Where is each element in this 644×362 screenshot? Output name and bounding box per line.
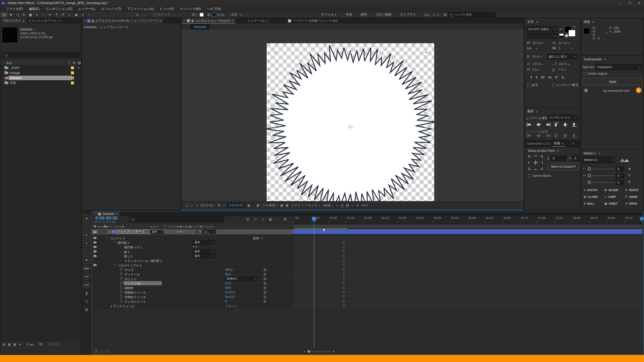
- type-style-button-5[interactable]: T₁: [561, 76, 565, 79]
- workspace-4[interactable]: ライブラリ: [396, 13, 420, 17]
- strip-button-wiggle[interactable]: Wiggle: [83, 265, 90, 272]
- settings-gear-icon[interactable]: ⚙: [584, 88, 588, 93]
- time-ruler[interactable]: :00f00:12f01:00f01:12f02:00f02:12f03:00f…: [293, 216, 643, 224]
- number-col[interactable]: #: [109, 225, 111, 228]
- expression-pickwhip-icon[interactable]: @: [263, 295, 266, 299]
- expand-in-out-icon[interactable]: ❐: [94, 350, 98, 353]
- baseline-shift-value[interactable]: 0 px: [532, 68, 538, 71]
- selection-handle-3[interactable]: [274, 127, 276, 129]
- expression-pickwhip-icon[interactable]: @: [263, 277, 266, 281]
- clone-stamp-tool[interactable]: ⊥: [66, 12, 73, 17]
- label-chip[interactable]: [71, 66, 74, 69]
- align-button-top[interactable]: [554, 123, 559, 127]
- expression-pickwhip-icon[interactable]: @: [263, 291, 266, 294]
- tab-project[interactable]: プロジェクト≡: [1, 18, 26, 23]
- timeline-row-11[interactable]: 相関性50%@工: [92, 286, 643, 290]
- pen-tool[interactable]: ✒: [47, 12, 53, 17]
- menu-item-7[interactable]: ウィンドウ(W): [177, 6, 204, 12]
- anchor-point-icon[interactable]: [348, 124, 353, 130]
- ligatures-checkbox[interactable]: [527, 84, 530, 87]
- expand-transfer-icon[interactable]: ⇕: [105, 350, 109, 353]
- transparency-grid-icon[interactable]: ▦: [286, 203, 289, 207]
- property-label[interactable]: 空間的フェーズ: [125, 295, 146, 299]
- selection-handle-4[interactable]: [425, 127, 427, 129]
- group-mode-select[interactable]: 通常∨: [193, 241, 215, 244]
- view-layout-select[interactable]: 1画面 ∨: [323, 203, 333, 208]
- expression-pickwhip-icon[interactable]: @: [263, 282, 266, 285]
- strip-button-gear[interactable]: ⚙: [83, 306, 90, 313]
- timeline-search-input[interactable]: ▾: [129, 216, 224, 222]
- property-label[interactable]: ランダムシード: [125, 300, 146, 304]
- anchor-y-field[interactable]: .5: [572, 156, 580, 161]
- type-style-button-4[interactable]: T¹: [555, 76, 558, 79]
- tab-composition[interactable]: × コンポジション fukidashi ≡: [182, 18, 235, 23]
- twirl-icon[interactable]: ›: [120, 250, 121, 252]
- layer-twirl-icon[interactable]: ∨: [108, 231, 110, 233]
- panel-menu-icon[interactable]: ≡: [536, 110, 538, 113]
- ignore-masks-checkbox[interactable]: [528, 174, 531, 177]
- property-label[interactable]: ポイント: [125, 277, 137, 281]
- snap-checkbox[interactable]: [154, 13, 157, 16]
- current-time-display[interactable]: 0:00:00:20: [95, 216, 117, 221]
- close-icon[interactable]: ×: [95, 212, 97, 216]
- twirl-icon[interactable]: ›: [1, 67, 5, 69]
- stopwatch-icon[interactable]: [120, 295, 123, 298]
- minimize-button[interactable]: ─: [615, 0, 625, 6]
- project-item-name[interactable]: fukidashi ▼: [20, 28, 35, 31]
- tab-overflow-icon[interactable]: »: [573, 142, 574, 145]
- visibility-icon[interactable]: [93, 241, 97, 244]
- sync-settings-icon[interactable]: ⚙: [442, 12, 448, 17]
- slider-value-0[interactable]: 0: [616, 167, 624, 171]
- timeline-option-icon-2[interactable]: ♙: [261, 217, 264, 221]
- stroke-style-select[interactable]: 線の上に塗り∨: [547, 54, 577, 59]
- panel-menu-icon[interactable]: ≡: [557, 149, 559, 153]
- tab-effect-controls[interactable]: × エフェクトコントロール シェイプレイヤー 1 ≡: [82, 18, 164, 23]
- selection-tool[interactable]: ➤: [1, 12, 8, 17]
- tab-paragraph[interactable]: 段落≡: [552, 141, 566, 147]
- motion-button-null[interactable]: ⌖NULL: [584, 202, 595, 206]
- primary-viewer-icon[interactable]: ▭: [190, 203, 193, 207]
- timeline-row-1[interactable]: ∨楕円形 1通常∨工: [92, 240, 643, 245]
- timeline-row-15[interactable]: ›トランスフォームリセット工: [92, 304, 643, 308]
- motion-button-jump[interactable]: ⌣JUMP: [604, 195, 616, 199]
- show-snapshot-icon[interactable]: ○: [253, 203, 255, 207]
- layer-row-1[interactable]: ∨ 1 ★ シェイプレイヤー 1 通常∨ ♙ ✲ ／ @ なし∨: [92, 229, 293, 234]
- timeline-row-10[interactable]: ウィグル/秒10.0@工: [92, 281, 643, 286]
- strip-button-orbit[interactable]: ⟲: [83, 298, 90, 305]
- tracking-value[interactable]: 0: [558, 47, 560, 50]
- resolution-select[interactable]: フル画質 ∨: [262, 203, 278, 208]
- expand-switches-icon[interactable]: ◑: [99, 350, 104, 353]
- exposure-value[interactable]: +0.0: [361, 203, 368, 207]
- move-to-custom-button[interactable]: Move to Custom F: [547, 163, 580, 170]
- delete-icon[interactable]: ⌧: [39, 343, 43, 346]
- timeline-zoom-slider[interactable]: [308, 351, 331, 352]
- strip-button-duik[interactable]: D: [83, 232, 90, 239]
- shape-tool[interactable]: ○: [40, 12, 47, 17]
- slider-knob-2[interactable]: [588, 181, 591, 184]
- project-row-_KEEP[interactable]: ›_KEEP⧉: [1, 65, 81, 70]
- panel-menu-icon[interactable]: ≡: [592, 20, 594, 24]
- motion-button-name[interactable]: ✎NAME: [625, 195, 637, 199]
- add-icon[interactable]: ◑: [239, 12, 243, 17]
- expression-pickwhip-icon[interactable]: @: [263, 273, 266, 276]
- strip-button-key[interactable]: ⚷: [83, 290, 90, 297]
- apply-button[interactable]: Apply: [583, 78, 642, 85]
- menu-item-1[interactable]: 編集(E): [26, 6, 43, 12]
- parent-col[interactable]: 親とリンク: [199, 225, 214, 229]
- layer-duration-bar[interactable]: [293, 229, 642, 234]
- zoom-in-mountain-icon[interactable]: ▲: [332, 349, 335, 352]
- rotate-tool[interactable]: ↻: [21, 12, 27, 17]
- project-row-fukidashi[interactable]: fukidashi: [1, 75, 81, 80]
- panel-menu-icon[interactable]: ≡: [536, 20, 538, 24]
- panel-menu-icon[interactable]: ≡: [116, 212, 117, 216]
- visibility-icon[interactable]: [93, 255, 97, 257]
- anchor-grid-icon[interactable]: [528, 155, 543, 170]
- lock-icon[interactable]: [191, 20, 194, 22]
- tab-footage[interactable]: フッテージ 注目線 /コミック.psd: [286, 18, 340, 23]
- project-search-input[interactable]: ▾: [2, 52, 79, 58]
- strip-button-time[interactable]: Time: [83, 273, 90, 280]
- timeline-option-icon-3[interactable]: ▦: [269, 217, 272, 221]
- add-label[interactable]: 追加:: [253, 236, 260, 241]
- menu-item-3[interactable]: レイヤー(L): [75, 6, 98, 12]
- t-col[interactable]: T: [164, 225, 166, 228]
